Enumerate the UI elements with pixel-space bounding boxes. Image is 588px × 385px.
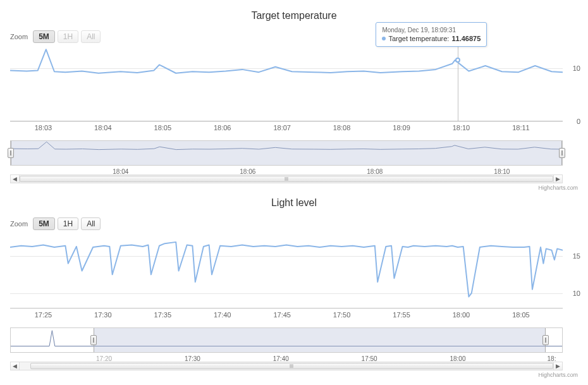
x-tick: 18:00	[453, 311, 470, 319]
navigator-range[interactable]	[94, 328, 546, 352]
scrollbar[interactable]: ◀ ▶	[10, 174, 563, 183]
x-tick: 17:35	[154, 311, 172, 319]
zoom-button-5m[interactable]: 5M	[33, 30, 55, 43]
navigator-handle-right[interactable]	[542, 335, 549, 345]
chart-1: Light level Zoom 5M1HAll 1015 17:2517:30…	[6, 197, 582, 378]
zoom-button-1h: 1H	[58, 30, 78, 43]
scrollbar-track[interactable]	[20, 175, 553, 183]
x-tick: 17:45	[273, 311, 291, 319]
y-tick: 0	[577, 118, 580, 125]
x-tick: 18:08	[333, 124, 351, 131]
zoom-toolbar: Zoom 5M1HAll	[10, 217, 582, 230]
x-tick: 18:09	[393, 124, 410, 131]
x-tick: 18:05	[154, 124, 172, 131]
y-tick: 10	[573, 290, 580, 297]
chart-credit[interactable]: Highcharts.com	[6, 372, 578, 378]
scrollbar-left-button[interactable]: ◀	[11, 362, 20, 370]
chart-tooltip: Monday, Dec 19, 18:09:31 Target temperat…	[376, 22, 487, 47]
scrollbar-thumb[interactable]	[30, 363, 553, 369]
series-dot-icon	[382, 37, 386, 40]
series-svg	[10, 47, 563, 121]
zoom-label: Zoom	[10, 33, 28, 40]
zoom-button-1h[interactable]: 1H	[58, 217, 78, 230]
scrollbar-track[interactable]	[20, 362, 553, 370]
y-tick: 15	[573, 252, 580, 260]
navigator-handle-left[interactable]	[90, 335, 97, 345]
zoom-button-all[interactable]: All	[81, 217, 101, 230]
scrollbar[interactable]: ◀ ▶	[10, 362, 563, 370]
x-axis: 17:2517:3017:3517:4017:4517:5017:5518:00…	[10, 309, 563, 320]
series-svg	[10, 234, 563, 308]
x-tick: 18:10	[453, 124, 470, 131]
x-tick: 17:50	[333, 311, 351, 319]
zoom-label: Zoom	[10, 220, 28, 228]
hover-marker	[455, 58, 460, 63]
zoom-button-all: All	[81, 30, 101, 43]
chart-0: Target temperature Zoom 5M1HAll 010 Mond…	[6, 10, 582, 191]
scrollbar-right-button[interactable]: ▶	[553, 175, 562, 183]
x-tick: 18:04	[94, 124, 112, 131]
zoom-button-5m[interactable]: 5M	[33, 217, 55, 230]
x-tick: 18:11	[512, 124, 530, 131]
navigator[interactable]: 17:2017:3017:4017:5018:0018:	[10, 327, 563, 359]
x-tick: 17:55	[393, 311, 410, 319]
chart-title: Light level	[6, 197, 582, 209]
tooltip-header: Monday, Dec 19, 18:09:31	[382, 27, 481, 34]
x-tick: 18:07	[273, 124, 291, 131]
tooltip-value: 11.46875	[451, 35, 481, 42]
y-tick: 10	[573, 64, 580, 72]
navigator-handle-left[interactable]	[8, 148, 14, 158]
scrollbar-thumb[interactable]	[20, 176, 553, 182]
navigator-range[interactable]	[11, 141, 562, 165]
navigator-handle-right[interactable]	[559, 148, 565, 158]
x-tick: 18:03	[35, 124, 52, 131]
x-tick: 17:25	[35, 311, 52, 319]
chart-credit[interactable]: Highcharts.com	[6, 185, 578, 191]
navigator[interactable]: 18:0418:0618:0818:10	[10, 140, 563, 172]
x-tick: 17:40	[214, 311, 231, 319]
scrollbar-left-button[interactable]: ◀	[11, 175, 20, 183]
zoom-toolbar: Zoom 5M1HAll	[10, 30, 582, 43]
plot-area[interactable]: 1015	[10, 234, 563, 309]
tooltip-series-label: Target temperature:	[388, 35, 449, 42]
chart-title: Target temperature	[6, 10, 582, 21]
x-tick: 17:30	[94, 311, 112, 319]
x-tick: 18:06	[214, 124, 231, 131]
scrollbar-right-button[interactable]: ▶	[553, 362, 562, 370]
x-axis: 18:0318:0418:0518:0618:0718:0818:0918:10…	[10, 121, 563, 133]
plot-area[interactable]: 010 Monday, Dec 19, 18:09:31 Target temp…	[10, 47, 563, 121]
x-tick: 18:05	[512, 311, 530, 319]
